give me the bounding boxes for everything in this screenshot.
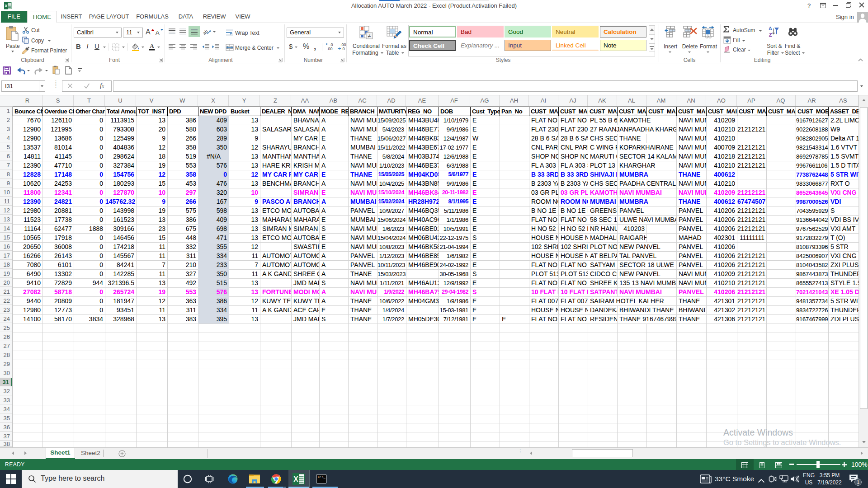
svg-text:A: A <box>769 26 772 31</box>
svg-text:ab: ab <box>203 28 209 35</box>
svg-text:Z: Z <box>769 32 772 38</box>
svg-text:.0: .0 <box>341 47 345 51</box>
svg-text:C:\_: C:\_ <box>318 475 326 479</box>
svg-text:.00: .00 <box>327 47 333 51</box>
svg-text:X: X <box>293 475 298 483</box>
svg-text:A: A <box>150 43 154 49</box>
svg-text:≠: ≠ <box>368 33 371 39</box>
